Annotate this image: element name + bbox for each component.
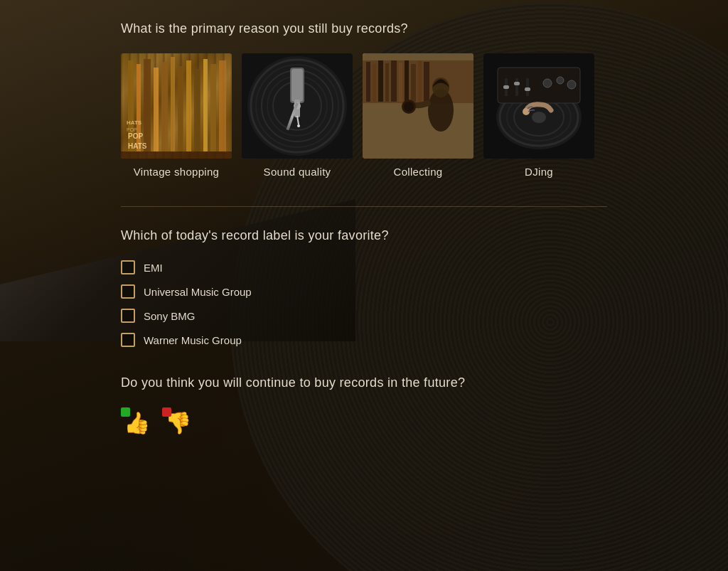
thumbs-up-button[interactable]: 👍: [121, 407, 152, 439]
option-sound-label: Sound quality: [264, 166, 331, 178]
svg-rect-39: [405, 60, 409, 102]
svg-rect-35: [378, 60, 383, 102]
option-vintage[interactable]: HATS POP Vintage shopping: [121, 53, 232, 178]
svg-rect-4: [154, 68, 159, 151]
question2-title: Which of today's record label is your fa…: [121, 228, 607, 243]
svg-point-46: [404, 102, 414, 112]
svg-rect-2: [136, 64, 141, 151]
svg-rect-41: [418, 60, 422, 102]
checkbox-list: EMI Universal Music Group Sony BMG Warne…: [121, 260, 607, 347]
collecting-svg: [363, 53, 473, 159]
svg-rect-55: [503, 85, 509, 89]
question1-title: What is the primary reason you still buy…: [121, 21, 607, 36]
svg-point-29: [297, 124, 300, 127]
thumbs-row: 👍 👎: [121, 407, 607, 439]
svg-rect-33: [366, 62, 370, 102]
vintage-svg: HATS POP: [121, 53, 232, 159]
svg-rect-42: [424, 62, 429, 102]
svg-point-62: [567, 80, 576, 89]
svg-point-27: [294, 102, 301, 110]
checkbox-sony[interactable]: [121, 309, 135, 323]
checkbox-item-sony[interactable]: Sony BMG: [121, 309, 607, 323]
svg-rect-12: [219, 60, 226, 151]
svg-rect-10: [203, 59, 208, 151]
section-divider: [121, 206, 607, 207]
thumbs-up-flag: [121, 407, 130, 417]
svg-rect-8: [186, 60, 191, 151]
svg-rect-3: [144, 59, 151, 151]
svg-rect-25: [291, 69, 303, 102]
question3-title: Do you think you will continue to buy re…: [121, 375, 607, 390]
svg-rect-34: [373, 64, 376, 102]
checkbox-sony-label: Sony BMG: [144, 310, 196, 322]
svg-rect-5: [161, 62, 168, 151]
svg-rect-11: [210, 64, 216, 151]
svg-rect-13: [121, 151, 232, 159]
svg-rect-56: [515, 78, 518, 96]
option-djing[interactable]: DJing: [483, 53, 594, 178]
thumbs-down-flag: [162, 407, 171, 417]
svg-rect-7: [178, 66, 183, 151]
option-djing-label: DJing: [525, 166, 553, 178]
svg-rect-36: [385, 63, 389, 102]
checkbox-emi-label: EMI: [144, 262, 163, 274]
option-vintage-label: Vintage shopping: [134, 166, 219, 178]
svg-rect-1: [128, 60, 134, 151]
checkbox-warner[interactable]: [121, 333, 135, 347]
checkbox-universal[interactable]: [121, 284, 135, 299]
option-collecting-image: [363, 53, 473, 159]
svg-text:POP: POP: [127, 127, 137, 132]
option-sound[interactable]: Sound quality: [242, 53, 353, 178]
svg-rect-57: [514, 82, 520, 85]
option-collecting[interactable]: Collecting: [363, 53, 473, 178]
checkbox-warner-label: Warner Music Group: [144, 334, 242, 346]
svg-rect-38: [399, 63, 402, 102]
svg-rect-6: [171, 57, 175, 151]
svg-rect-59: [525, 87, 530, 91]
checkbox-item-warner[interactable]: Warner Music Group: [121, 333, 607, 347]
svg-point-52: [532, 112, 546, 123]
option-sound-image: [242, 53, 353, 159]
thumbs-down-button[interactable]: 👎: [162, 407, 193, 439]
option-vintage-image: HATS POP: [121, 53, 232, 159]
option-collecting-label: Collecting: [394, 166, 443, 178]
svg-rect-9: [194, 69, 200, 151]
sound-svg: [242, 53, 353, 159]
section3-question-block: Do you think you will continue to buy re…: [121, 375, 607, 439]
svg-point-61: [557, 77, 564, 84]
svg-text:HATS: HATS: [127, 119, 142, 126]
checkbox-emi[interactable]: [121, 260, 135, 274]
section2-question-block: Which of today's record label is your fa…: [121, 228, 607, 347]
section1-question-block: What is the primary reason you still buy…: [121, 21, 607, 178]
svg-rect-58: [526, 78, 529, 96]
svg-rect-37: [391, 60, 397, 102]
checkbox-item-emi[interactable]: EMI: [121, 260, 607, 274]
checkbox-item-universal[interactable]: Universal Music Group: [121, 284, 607, 299]
image-options-row: HATS POP Vintage shopping: [121, 53, 607, 178]
djing-svg: [483, 53, 594, 159]
checkbox-universal-label: Universal Music Group: [144, 286, 252, 298]
option-djing-image: [483, 53, 594, 159]
svg-point-60: [543, 79, 552, 87]
svg-rect-40: [411, 64, 416, 102]
